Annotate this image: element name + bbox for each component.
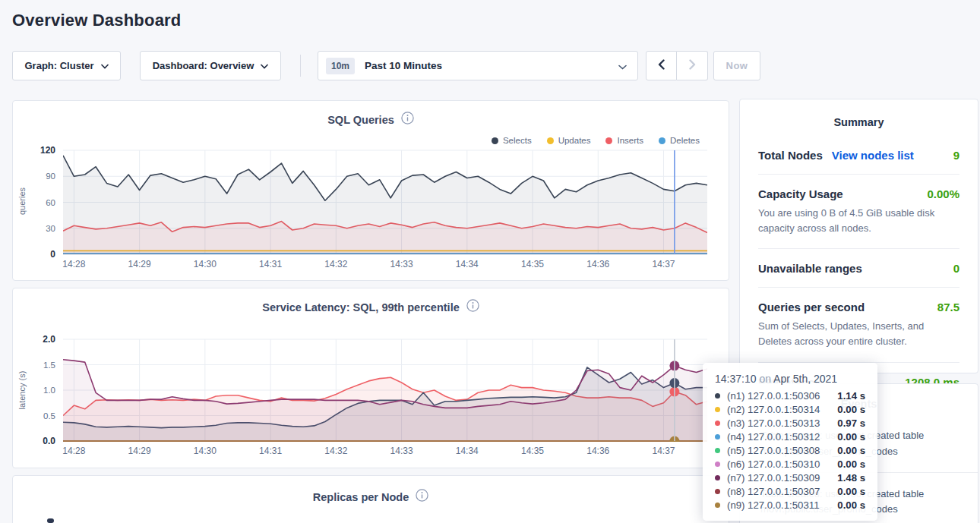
service-latency-chart-title: Service Latency: SQL, 99th percentile (262, 301, 460, 313)
replicas-chart-title: Replicas per Node (313, 491, 409, 503)
total-nodes-value: 9 (953, 149, 959, 162)
node-color-dot (715, 407, 720, 412)
svg-text:0.5: 0.5 (43, 411, 55, 421)
legend-item-inserts: Inserts (605, 136, 643, 145)
node-latency-value: 0.00 s (837, 486, 865, 497)
svg-text:0.0: 0.0 (43, 436, 55, 446)
tooltip-node-row: (n1) 127.0.0.1:503061.14 s (715, 389, 865, 402)
svg-text:60: 60 (46, 198, 55, 207)
svg-text:14:31: 14:31 (259, 259, 282, 269)
svg-text:120: 120 (40, 145, 55, 156)
summary-title: Summary (740, 99, 978, 128)
unavailable-ranges-value: 0 (953, 262, 959, 275)
now-button[interactable]: Now (713, 51, 760, 80)
svg-text:14:32: 14:32 (324, 259, 347, 269)
next-time-window-button[interactable] (677, 51, 708, 80)
dashboard-dropdown[interactable]: Dashboard: Overview (140, 51, 281, 80)
node-latency-value: 0.00 s (837, 404, 865, 415)
node-address: (n4) 127.0.0.1:50312 (727, 431, 820, 443)
svg-text:14:33: 14:33 (390, 446, 413, 456)
svg-text:14:28: 14:28 (62, 259, 85, 269)
capacity-usage-description: You are using 0 B of 4.5 GiB usable disk… (758, 206, 959, 236)
svg-text:30: 30 (46, 224, 55, 233)
previous-time-window-button[interactable] (646, 51, 677, 80)
node-color-dot (715, 503, 720, 508)
node-address: (n7) 127.0.0.1:50309 (727, 472, 820, 484)
service-latency-chart[interactable]: 0.00.51.01.52.014:2814:2914:3014:3114:32… (13, 339, 730, 462)
time-window-pager (646, 51, 708, 80)
legend-color-dot (605, 137, 612, 144)
node-color-dot (715, 393, 720, 399)
svg-text:14:36: 14:36 (586, 446, 609, 456)
time-range-badge: 10m (326, 58, 355, 74)
legend-color-dot (492, 137, 498, 144)
capacity-usage-value: 0.00% (927, 187, 959, 200)
node-color-dot (715, 489, 720, 494)
graph-scope-label: Graph: Cluster (24, 60, 93, 71)
svg-text:14:31: 14:31 (259, 446, 282, 456)
node-address: (n2) 127.0.0.1:50314 (727, 404, 820, 415)
dashboard-label: Dashboard: Overview (153, 60, 254, 71)
time-range-dropdown[interactable]: 10m Past 10 Minutes (318, 51, 638, 80)
svg-text:14:36: 14:36 (586, 259, 609, 269)
svg-text:14:35: 14:35 (521, 259, 544, 269)
time-range-label: Past 10 Minutes (365, 60, 442, 71)
summary-panel: Summary Total Nodes View nodes list 9 Ca… (739, 99, 978, 373)
sql-queries-legend: SelectsUpdatesInsertsDeletes (492, 136, 700, 145)
svg-text:1.0: 1.0 (43, 386, 55, 395)
summary-row-unavailable-ranges: Unavailable ranges 0 (758, 248, 959, 287)
node-latency-value: 0.97 s (837, 417, 865, 429)
svg-text:1.5: 1.5 (43, 361, 55, 370)
replicas-axis-label-fragment (47, 518, 54, 523)
capacity-usage-label: Capacity Usage (758, 187, 843, 200)
legend-color-dot (659, 137, 665, 144)
node-color-dot (715, 448, 720, 453)
svg-text:14:29: 14:29 (128, 446, 151, 456)
chevron-down-icon (261, 60, 268, 71)
node-address: (n6) 127.0.0.1:50310 (727, 458, 820, 470)
info-icon[interactable] (401, 112, 414, 128)
sql-queries-card: SQL Queries SelectsUpdatesInsertsDeletes… (12, 100, 729, 281)
tooltip-node-row: (n3) 127.0.0.1:503130.97 s (715, 416, 865, 430)
legend-item-selects: Selects (492, 136, 532, 145)
svg-text:14:37: 14:37 (652, 259, 675, 269)
unavailable-ranges-label: Unavailable ranges (758, 262, 862, 275)
graph-scope-dropdown[interactable]: Graph: Cluster (12, 51, 121, 80)
svg-text:14:30: 14:30 (194, 259, 217, 269)
node-latency-value: 1.14 s (837, 390, 865, 402)
tooltip-node-row: (n5) 127.0.0.1:503080.00 s (715, 443, 865, 457)
node-address: (n8) 127.0.0.1:50307 (727, 486, 820, 497)
total-nodes-label: Total Nodes (758, 149, 823, 162)
tooltip-node-row: (n7) 127.0.0.1:503091.48 s (715, 471, 865, 484)
sql-queries-chart-title: SQL Queries (327, 114, 394, 126)
chevron-right-icon (689, 59, 696, 73)
node-latency-value: 0.00 s (837, 431, 865, 443)
chart-hover-tooltip: 14:37:10 on Apr 5th, 2021 (n1) 127.0.0.1… (703, 363, 877, 521)
svg-text:14:37: 14:37 (652, 446, 675, 456)
svg-text:14:35: 14:35 (521, 446, 544, 456)
view-nodes-list-link[interactable]: View nodes list (832, 149, 914, 162)
svg-text:14:34: 14:34 (456, 259, 479, 269)
tooltip-node-row: (n2) 127.0.0.1:503140.00 s (715, 402, 865, 416)
node-address: (n9) 127.0.0.1:50311 (727, 499, 819, 511)
info-icon[interactable] (416, 489, 428, 505)
node-latency-value: 1.48 s (837, 472, 865, 484)
node-latency-value: 0.00 s (837, 445, 865, 456)
chevron-down-icon (618, 59, 627, 73)
summary-row-total-nodes: Total Nodes View nodes list 9 (758, 136, 959, 174)
summary-row-capacity: Capacity Usage 0.00% You are using 0 B o… (758, 174, 959, 248)
toolbar-divider (300, 55, 301, 77)
sql-queries-chart[interactable]: 030609012014:2814:2914:3014:3114:3214:33… (13, 150, 730, 276)
summary-row-qps: Queries per second 87.5 Sum of Selects, … (758, 287, 959, 361)
node-color-dot (715, 421, 720, 426)
qps-value: 87.5 (937, 301, 959, 313)
node-address: (n5) 127.0.0.1:50308 (727, 445, 820, 456)
info-icon[interactable] (466, 299, 479, 315)
svg-text:14:30: 14:30 (194, 446, 217, 456)
page-title: Overview Dashboard (12, 11, 181, 30)
svg-text:14:34: 14:34 (456, 446, 479, 456)
node-address: (n1) 127.0.0.1:50306 (727, 390, 820, 402)
node-address: (n3) 127.0.0.1:50313 (727, 417, 820, 429)
node-color-dot (715, 462, 720, 467)
svg-text:2.0: 2.0 (43, 334, 55, 345)
